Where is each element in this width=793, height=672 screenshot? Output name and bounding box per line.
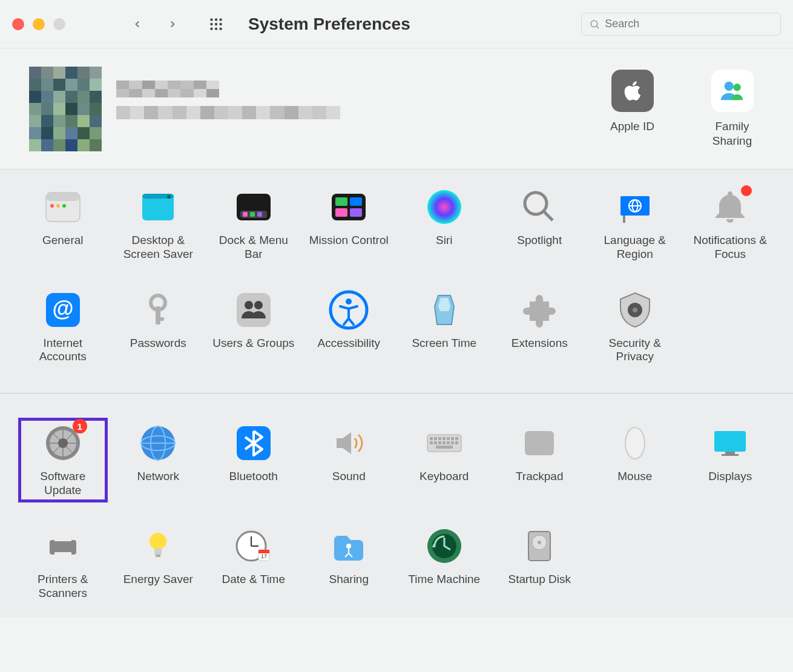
sharing-icon (328, 525, 369, 567)
tile-keyboard[interactable]: Keyboard (400, 418, 489, 502)
svg-rect-82 (722, 454, 739, 456)
tile-mission[interactable]: Mission Control (304, 182, 394, 266)
svg-rect-68 (451, 437, 454, 440)
language-icon (614, 186, 656, 228)
svg-point-8 (219, 27, 222, 30)
svg-point-47 (346, 298, 352, 305)
back-icon[interactable] (132, 19, 143, 30)
svg-rect-28 (350, 197, 362, 206)
tile-label: Startup Disk (508, 573, 571, 587)
tile-language[interactable]: Language & Region (590, 182, 680, 266)
trackpad-icon (519, 423, 560, 464)
minimize-button[interactable] (33, 18, 45, 30)
svg-rect-70 (430, 441, 433, 444)
svg-rect-73 (443, 441, 446, 444)
search-box[interactable] (581, 13, 781, 36)
tile-displays[interactable]: Displays (686, 418, 775, 502)
svg-rect-25 (257, 212, 262, 217)
svg-rect-77 (436, 446, 453, 449)
close-button[interactable] (12, 18, 24, 30)
tile-label: Notifications & Focus (688, 234, 773, 262)
tile-network[interactable]: Network (114, 418, 203, 502)
tile-general[interactable]: General (18, 182, 108, 266)
search-icon (589, 18, 600, 30)
security-icon (614, 289, 656, 331)
prefs-grid: General Desktop & Screen Saver Dock & Me… (0, 170, 793, 617)
tile-label: Sharing (329, 573, 369, 587)
tile-desktop[interactable]: Desktop & Screen Saver (114, 182, 203, 266)
svg-rect-37 (623, 216, 625, 223)
tile-date-time[interactable]: 17Date & Time (209, 521, 298, 605)
maximize-button[interactable] (53, 18, 65, 30)
update-badge: 1 (73, 419, 87, 433)
tile-label: Spotlight (517, 234, 562, 248)
mouse-icon (614, 423, 656, 464)
passwords-icon (137, 289, 179, 331)
svg-point-5 (219, 22, 222, 25)
tile-dock[interactable]: Dock & Menu Bar (209, 182, 298, 266)
tile-bluetooth[interactable]: Bluetooth (209, 418, 298, 502)
svg-point-31 (427, 190, 461, 224)
tile-label: Extensions (512, 337, 568, 351)
tile-startup-disk[interactable]: Startup Disk (495, 521, 585, 605)
svg-rect-80 (714, 431, 746, 452)
tile-energy[interactable]: Energy Saver (114, 521, 203, 605)
svg-rect-42 (156, 317, 164, 321)
tile-sound[interactable]: Sound (304, 418, 394, 502)
tile-accessibility[interactable]: Accessibility (304, 285, 394, 369)
users-icon (233, 289, 274, 331)
family-sharing-tile[interactable]: Family Sharing (700, 70, 764, 148)
tile-label: Trackpad (516, 470, 564, 484)
printers-icon (42, 525, 84, 567)
family-sharing-icon (711, 70, 754, 112)
svg-point-49 (633, 308, 637, 312)
tile-spotlight[interactable]: Spotlight (495, 182, 585, 266)
tile-extensions[interactable]: Extensions (495, 285, 585, 369)
tile-internet-accounts[interactable]: @Internet Accounts (18, 285, 108, 369)
tile-label: Mouse (617, 470, 652, 484)
svg-rect-84 (54, 532, 71, 541)
svg-point-44 (245, 301, 253, 309)
tile-security[interactable]: Security & Privacy (590, 285, 680, 369)
svg-point-1 (215, 18, 217, 21)
date-time-icon: 17 (233, 525, 274, 567)
tile-software-update[interactable]: 1Software Update (18, 418, 108, 502)
notifications-icon (709, 186, 751, 228)
tile-passwords[interactable]: Passwords (114, 285, 203, 369)
apple-id-tile[interactable]: Apple ID (601, 70, 664, 148)
tile-label: Printers & Scanners (21, 573, 105, 601)
tile-label: General (42, 234, 84, 248)
grid-icon (208, 16, 224, 32)
tile-label: Software Update (21, 470, 105, 498)
tile-users-groups[interactable]: Users & Groups (209, 285, 298, 369)
svg-point-17 (62, 204, 66, 208)
tile-printers[interactable]: Printers & Scanners (18, 521, 108, 605)
tile-label: Screen Time (412, 337, 476, 351)
svg-point-12 (733, 84, 740, 91)
svg-point-3 (210, 22, 212, 25)
search-input[interactable] (605, 18, 773, 30)
divider (0, 393, 793, 394)
keyboard-icon (424, 423, 465, 464)
user-avatar[interactable] (29, 67, 102, 151)
svg-rect-87 (154, 548, 162, 555)
tile-sharing[interactable]: Sharing (304, 521, 394, 605)
tile-label: Security & Privacy (593, 337, 677, 364)
tile-label: Date & Time (222, 573, 285, 587)
svg-rect-72 (438, 441, 441, 444)
show-all-button[interactable] (208, 16, 224, 32)
internet-accounts-icon: @ (42, 289, 84, 331)
svg-rect-41 (156, 306, 160, 324)
tile-trackpad[interactable]: Trackpad (495, 418, 585, 502)
dock-icon (233, 186, 274, 228)
forward-icon[interactable] (167, 19, 178, 30)
tile-label: Keyboard (420, 470, 469, 484)
tile-notifications[interactable]: Notifications & Focus (686, 182, 775, 266)
tile-time-machine[interactable]: Time Machine (400, 521, 489, 605)
tile-screen-time[interactable]: Screen Time (400, 285, 489, 369)
svg-rect-64 (434, 437, 437, 440)
tile-label: Siri (436, 234, 452, 248)
tile-mouse[interactable]: Mouse (590, 418, 680, 502)
svg-rect-85 (54, 552, 71, 561)
tile-siri[interactable]: Siri (400, 182, 489, 266)
